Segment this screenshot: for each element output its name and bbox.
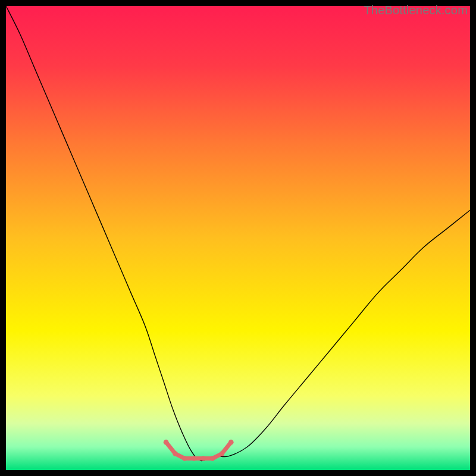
svg-point-7 [228, 440, 234, 445]
svg-point-5 [210, 456, 215, 461]
watermark-text: TheBottleneck.com [364, 4, 468, 17]
chart-stage: TheBottleneck.com [0, 0, 476, 476]
svg-point-4 [201, 456, 206, 461]
svg-point-1 [173, 451, 178, 456]
chart-background [6, 6, 470, 470]
bottleneck-chart [6, 6, 470, 470]
svg-point-0 [164, 440, 169, 445]
svg-point-3 [192, 456, 197, 461]
svg-point-2 [182, 456, 187, 461]
svg-point-6 [219, 451, 224, 456]
